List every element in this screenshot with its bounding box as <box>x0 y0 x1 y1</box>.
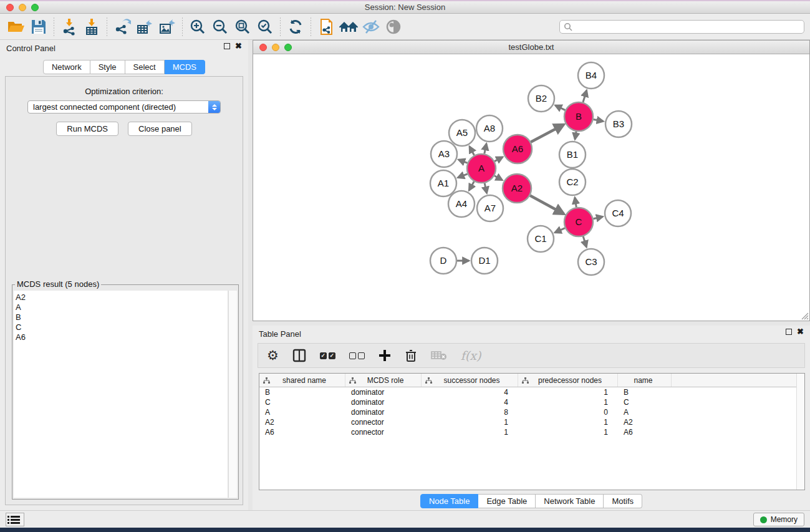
control-panel-tabs: NetworkStyleSelectMCDS <box>0 60 248 74</box>
graph-edge-A-A4[interactable] <box>469 181 474 190</box>
result-item[interactable]: A6 <box>16 332 228 342</box>
show-graphics-button[interactable] <box>382 16 405 37</box>
zoom-out-button[interactable] <box>209 16 231 37</box>
open-file-button[interactable] <box>5 16 27 37</box>
graph-edge-A-A1[interactable] <box>458 174 467 178</box>
close-panel-icon[interactable]: ✖ <box>235 43 242 49</box>
memory-button[interactable]: Memory <box>753 513 804 526</box>
select-all-button[interactable]: ✓✓ <box>320 346 335 365</box>
graph-edge-A-A2[interactable] <box>494 176 503 180</box>
table-scrollbar[interactable] <box>796 374 804 490</box>
search-field[interactable] <box>559 20 804 34</box>
tab-select[interactable]: Select <box>125 60 165 74</box>
tab-style[interactable]: Style <box>90 60 125 74</box>
float-panel-icon[interactable] <box>786 329 792 335</box>
graph-edge-B-B3[interactable] <box>594 119 604 121</box>
graph-edge-B-B2[interactable] <box>556 105 566 110</box>
graph-edge-C-C4[interactable] <box>593 216 602 218</box>
result-item[interactable]: A2 <box>16 293 228 302</box>
graph-edge-A2-C[interactable] <box>530 195 564 214</box>
tab-edge-table[interactable]: Edge Table <box>478 494 536 508</box>
control-panel: Control Panel ✖ NetworkStyleSelectMCDS O… <box>0 40 248 510</box>
graph-edge-A-A6[interactable] <box>494 157 503 162</box>
hide-graphics-button[interactable] <box>360 16 382 37</box>
graph-edge-A-A7[interactable] <box>485 183 487 193</box>
graph-edge-A6-B[interactable] <box>531 125 564 142</box>
column-header-predecessor-nodes[interactable]: predecessor nodes <box>518 374 618 387</box>
save-session-button[interactable] <box>27 16 50 37</box>
zoom-fit-button[interactable] <box>231 16 254 37</box>
result-item[interactable]: A <box>16 302 228 312</box>
table-row[interactable]: A6connector11A6 <box>259 427 804 437</box>
table-cell: C <box>259 397 345 407</box>
table-row[interactable]: Bdominator41B <box>259 387 804 397</box>
table-cell: 0 <box>518 407 618 417</box>
graph-node-label: B4 <box>586 70 597 80</box>
export-table-button[interactable] <box>133 16 156 37</box>
open-file-icon <box>7 19 26 35</box>
import-table-button[interactable] <box>80 16 103 37</box>
home-button[interactable] <box>337 16 360 37</box>
import-table-icon <box>83 18 100 36</box>
table-row[interactable]: A2connector11A2 <box>259 417 804 427</box>
column-header-name[interactable]: name <box>618 374 672 387</box>
network-from-file-icon <box>317 18 335 36</box>
tab-mcds[interactable]: MCDS <box>165 60 205 74</box>
graph-edge-B-B4[interactable] <box>583 90 587 102</box>
splitter-grip-icon[interactable] <box>526 322 537 325</box>
graph-node-label: A2 <box>511 183 523 193</box>
sort-column-icon <box>522 377 529 384</box>
delete-table-button[interactable] <box>431 346 447 365</box>
export-network-icon <box>113 18 131 36</box>
tab-network-table[interactable]: Network Table <box>536 494 604 508</box>
close-panel-icon[interactable]: ✖ <box>797 329 804 335</box>
graph-edge-C-C3[interactable] <box>583 236 586 247</box>
network-from-file-button[interactable] <box>315 16 337 37</box>
column-header-shared-name[interactable]: shared name <box>259 374 345 387</box>
close-panel-button[interactable]: Close panel <box>128 122 192 136</box>
function-builder-button[interactable]: f(x) <box>461 346 481 365</box>
deselect-all-button[interactable] <box>349 346 365 365</box>
graph-edge-A-A5[interactable] <box>470 147 475 155</box>
import-network-button[interactable] <box>58 16 80 37</box>
vertical-splitter[interactable] <box>248 40 253 510</box>
home-icon <box>339 19 359 35</box>
task-history-button[interactable] <box>6 513 24 526</box>
export-network-button[interactable] <box>111 16 133 37</box>
splitter-grip-icon[interactable] <box>249 268 252 279</box>
column-layout-button[interactable] <box>292 346 306 365</box>
export-image-button[interactable] <box>156 16 178 37</box>
network-view-window: testGlobe.txt B4B2BB3A8A5A6A3B1AC2A1A2A4… <box>253 40 810 321</box>
tab-motifs[interactable]: Motifs <box>604 494 642 508</box>
table-row[interactable]: Adominator80A <box>259 407 804 417</box>
network-canvas[interactable]: B4B2BB3A8A5A6A3B1AC2A1A2A4A7C4CC1DD1C3 <box>253 55 809 321</box>
graph-edge-A-A8[interactable] <box>485 143 486 153</box>
tab-network[interactable]: Network <box>43 60 90 74</box>
search-input[interactable] <box>572 21 804 32</box>
result-item[interactable]: C <box>16 322 228 332</box>
zoom-selected-button[interactable] <box>254 16 276 37</box>
tab-node-table[interactable]: Node Table <box>420 494 479 508</box>
graph-edge-C-C2[interactable] <box>575 198 576 208</box>
graph-edge-A-A3[interactable] <box>458 160 467 163</box>
settings-gear-button[interactable]: ⚙ <box>267 346 279 365</box>
run-mcds-button[interactable]: Run MCDS <box>56 122 118 136</box>
graph-node-label: B <box>576 111 582 122</box>
column-header-MCDS-role[interactable]: MCDS role <box>345 374 422 387</box>
refresh-button[interactable] <box>284 16 307 37</box>
select-stepper-icon <box>208 100 220 114</box>
horizontal-splitter[interactable] <box>253 321 810 326</box>
add-column-button[interactable] <box>378 346 391 365</box>
float-panel-icon[interactable] <box>224 43 230 49</box>
zoom-in-button[interactable] <box>186 16 209 37</box>
result-list-scrollbar[interactable] <box>228 291 237 498</box>
column-header-successor-nodes[interactable]: successor nodes <box>422 374 518 387</box>
optimization-select[interactable]: largest connected component (directed) <box>27 100 221 114</box>
graph-edge-C-C1[interactable] <box>555 228 565 233</box>
window-title: Session: New Session <box>0 2 810 12</box>
table-row[interactable]: Cdominator41C <box>259 397 804 407</box>
resize-grip-icon[interactable] <box>801 312 809 320</box>
delete-column-button[interactable] <box>405 346 417 365</box>
result-item[interactable]: B <box>16 312 228 322</box>
graph-edge-B-B1[interactable] <box>575 132 576 140</box>
